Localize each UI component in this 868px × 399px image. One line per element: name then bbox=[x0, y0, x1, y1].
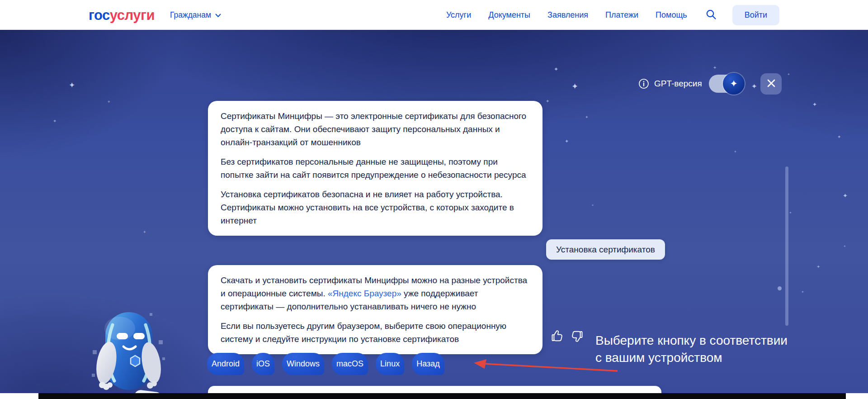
search-button[interactable] bbox=[705, 9, 717, 22]
sparkle-icon bbox=[585, 115, 589, 119]
close-icon bbox=[767, 79, 776, 89]
gosuslugi-logo[interactable]: госуслуги bbox=[89, 8, 155, 22]
sparkle-icon bbox=[801, 290, 804, 294]
chevron-down-icon bbox=[215, 10, 221, 20]
sparkle-icon bbox=[69, 81, 75, 90]
sparkle-icon bbox=[734, 150, 737, 154]
sparkle-icon bbox=[789, 211, 792, 215]
thumb-down-button[interactable] bbox=[570, 329, 585, 344]
robot-mascot-icon bbox=[92, 310, 166, 399]
sparkle-icon bbox=[837, 134, 841, 139]
sparkle-icon bbox=[816, 264, 820, 269]
sparkle-icon bbox=[546, 99, 549, 104]
nav-uslugi[interactable]: Услуги bbox=[446, 10, 471, 20]
sparkle-icon bbox=[787, 72, 790, 76]
site-header: госуслуги Гражданам Услуги Документы Зая… bbox=[0, 0, 868, 30]
sparkle-icon bbox=[143, 230, 146, 234]
main-nav: Услуги Документы Заявления Платежи Помощ… bbox=[446, 10, 687, 20]
sparkle-icon bbox=[812, 101, 817, 108]
logo-part-blue: гос bbox=[89, 8, 110, 22]
user-message-text: Установка сертификатов bbox=[556, 245, 655, 255]
quick-button-linux[interactable]: Linux bbox=[376, 353, 404, 375]
scroll-dot bbox=[778, 286, 782, 290]
annotation-text: Выберите кнопку в соответствии с вашим у… bbox=[595, 332, 788, 366]
bot-message-2-paragraph: Скачать и установить сертификаты Минцифр… bbox=[221, 274, 530, 313]
bot-message-2: Скачать и установить сертификаты Минцифр… bbox=[208, 265, 542, 354]
sparkle-icon bbox=[565, 138, 569, 144]
sparkle-icon bbox=[713, 65, 717, 70]
close-chat-button[interactable] bbox=[760, 73, 782, 95]
quick-button-windows[interactable]: Windows bbox=[282, 353, 324, 375]
sparkle-icon bbox=[591, 204, 594, 207]
thumb-up-button[interactable] bbox=[550, 329, 564, 344]
login-button[interactable]: Войти bbox=[732, 5, 779, 25]
bot-message-2-paragraph: Если вы пользуетесь другим браузером, вы… bbox=[221, 319, 530, 346]
sparkle-toggle-knob-icon bbox=[723, 73, 745, 95]
quick-reply-row: Android iOS Windows macOS Linux Назад bbox=[207, 353, 444, 375]
chat-scrollbar[interactable] bbox=[785, 166, 788, 326]
page: госуслуги Гражданам Услуги Документы Зая… bbox=[0, 0, 868, 399]
sparkle-icon bbox=[843, 192, 848, 199]
nav-pomosch[interactable]: Помощь bbox=[656, 10, 687, 20]
thumb-down-icon bbox=[571, 337, 584, 344]
sparkle-icon bbox=[107, 100, 111, 104]
search-icon bbox=[705, 9, 717, 22]
quick-button-macos[interactable]: macOS bbox=[332, 353, 368, 375]
sparkle-icon bbox=[571, 81, 578, 91]
audience-label: Гражданам bbox=[170, 10, 211, 20]
quick-button-back[interactable]: Назад bbox=[412, 353, 444, 375]
yandex-browser-link[interactable]: «Яндекс Браузер» bbox=[328, 289, 401, 298]
logo-part-red: услуги bbox=[110, 8, 155, 22]
nav-dokumenty[interactable]: Документы bbox=[488, 10, 530, 20]
sparkle-icon bbox=[843, 244, 846, 248]
nav-platezhi[interactable]: Платежи bbox=[605, 10, 638, 20]
chat-overlay: GPT-версия Сертификаты Минцифры — это эл… bbox=[0, 30, 868, 393]
annotation-line-2: с вашим устройством bbox=[595, 349, 788, 366]
user-message: Установка сертификатов bbox=[546, 239, 665, 260]
bot-message-1-paragraph: Без сертификатов персональные данные не … bbox=[221, 155, 530, 181]
quick-button-android[interactable]: Android bbox=[207, 353, 244, 375]
quick-button-ios[interactable]: iOS bbox=[252, 353, 274, 375]
sparkle-icon bbox=[751, 82, 757, 90]
thumb-up-icon bbox=[550, 337, 564, 344]
annotation-line-1: Выберите кнопку в соответствии bbox=[595, 332, 788, 349]
message-feedback bbox=[550, 329, 585, 344]
bot-message-1: Сертификаты Минцифры — это электронные с… bbox=[208, 101, 542, 236]
page-bottom-strip bbox=[38, 393, 846, 399]
sparkle-icon bbox=[53, 119, 57, 124]
nav-zayavleniya[interactable]: Заявления bbox=[547, 10, 588, 20]
gpt-version-toggle[interactable] bbox=[709, 75, 743, 93]
audience-selector[interactable]: Гражданам bbox=[170, 10, 221, 20]
gpt-version-label: GPT-версия bbox=[654, 79, 702, 89]
info-icon[interactable] bbox=[638, 78, 649, 89]
sparkle-icon bbox=[554, 66, 558, 72]
bot-message-1-paragraph: Сертификаты Минцифры — это электронные с… bbox=[221, 109, 530, 149]
bot-message-1-paragraph: Установка сертификатов безопасна и не вл… bbox=[221, 188, 530, 227]
